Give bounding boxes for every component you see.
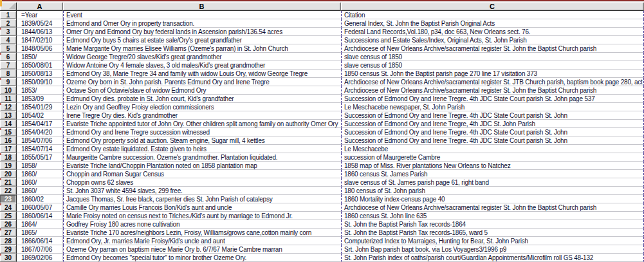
cell-event[interactable]: Edmond Ory property sold at auction. Ste… xyxy=(63,136,341,145)
row-header[interactable]: 8 xyxy=(0,70,17,78)
cell-citation[interactable]: Archdiocese of New Orleans Archive/sacra… xyxy=(341,86,644,95)
cell-citation[interactable]: Succession of Edmond Ory and Irene Tregr… xyxy=(341,128,644,136)
cell-citation[interactable]: 180 census of St. John parish xyxy=(341,187,644,195)
cell-year[interactable]: 1847/02/10 xyxy=(17,36,63,44)
cell-year[interactable]: 1848/05/06 xyxy=(17,44,63,53)
cell-event[interactable]: Edmund Ory dies. probate in St. John cou… xyxy=(63,95,341,103)
cell-event[interactable]: Widow Antoine Ory 4 female slaves, 3 old… xyxy=(63,61,341,70)
cell-event[interactable]: Widow George Tregre/20 slaves/Kid's grea… xyxy=(63,53,341,61)
cell-year[interactable]: 1864/ xyxy=(17,220,63,229)
cell-citation[interactable]: Archdiocese of New Orleans Archive/sacra… xyxy=(341,203,644,212)
cell-year[interactable]: =Year xyxy=(17,11,63,19)
cell-year[interactable]: 1860/ xyxy=(17,178,63,187)
cell-year[interactable]: 1860/06/14 xyxy=(17,212,63,220)
cell-year[interactable]: 1855/05/17 xyxy=(17,153,63,162)
cell-citation[interactable]: Archdiocese of New Orleans Archive/sacra… xyxy=(341,44,644,53)
row-header[interactable]: 30 xyxy=(0,254,17,262)
cell-year[interactable]: 1867/07/06 xyxy=(17,245,63,254)
cell-citation[interactable]: Successions and Estate Sales/Index, Orig… xyxy=(341,36,644,44)
cell-citation[interactable]: Computerized Index to Marraiges, Hunting… xyxy=(341,237,644,245)
cell-year[interactable]: 1850/ xyxy=(17,53,63,61)
cell-year[interactable]: 1850/08/01 xyxy=(17,61,63,70)
row-header[interactable]: 22 xyxy=(0,187,17,195)
cell-event[interactable]: Omer Ory and Edmond Ory buy federal land… xyxy=(63,28,341,36)
cell-citation[interactable]: slave census of 1850 xyxy=(341,53,644,61)
cell-event[interactable]: Lezin Ory and Geoffrey Froisy election c… xyxy=(63,103,341,111)
row-header[interactable]: 25 xyxy=(0,212,17,220)
column-header-c[interactable]: C xyxy=(341,3,644,11)
row-header[interactable]: 29 xyxy=(0,245,17,254)
cell-citation[interactable]: Succession of Edmond Ory and Irene Tregr… xyxy=(341,111,644,120)
cell-year[interactable]: 1860/02 xyxy=(17,195,63,203)
cell-citation[interactable]: Srt. John Bap parish bapt book. via Los … xyxy=(341,245,644,254)
cell-event[interactable]: Godfrey Froisy 180 acres none cultivatio… xyxy=(63,220,341,229)
cell-year[interactable]: 1854/02 xyxy=(17,111,63,120)
cell-event[interactable]: Edmond and Omer Ory in property transact… xyxy=(63,19,341,28)
cell-citation[interactable]: slave census of 1850 xyxy=(341,61,644,70)
cell-year[interactable]: 1850/09/10 xyxy=(17,78,63,86)
cell-citation[interactable]: Citation xyxy=(341,11,644,19)
cell-year[interactable]: 1858/ xyxy=(17,162,63,170)
row-header[interactable]: 6 xyxy=(0,53,17,61)
row-header[interactable]: 15 xyxy=(0,128,17,136)
row-header[interactable]: 19 xyxy=(0,162,17,170)
cell-citation[interactable]: Succession of Edmond Ory and Irene Tregr… xyxy=(341,95,644,103)
cell-citation[interactable]: Succession of Edmond Ory and Irene Tregr… xyxy=(341,136,644,145)
row-header[interactable]: 9 xyxy=(0,78,17,86)
row-header[interactable]: 10 xyxy=(0,86,17,95)
cell-event[interactable]: Evariste Triche appointed tutor of John … xyxy=(63,120,341,128)
cell-event[interactable]: Event xyxy=(63,11,341,19)
cell-event[interactable]: Choppin owns 62 slaves xyxy=(63,178,341,187)
cell-event[interactable]: St. John 3037 white 4594 slaves, 299 fre… xyxy=(63,187,341,195)
cell-year[interactable]: 1854/04/17 xyxy=(17,120,63,128)
cell-event[interactable]: Jacques Thomas, Sr. free black, carpente… xyxy=(63,195,341,203)
cell-citation[interactable]: 1860 census St. James Parish xyxy=(341,170,644,178)
cell-year[interactable]: 1854/04/20 xyxy=(17,128,63,136)
cell-event[interactable]: Ozeme Ory parran on baptism niece Marie … xyxy=(63,245,341,254)
column-header-b[interactable]: B xyxy=(63,3,341,11)
row-header[interactable]: 27 xyxy=(0,229,17,237)
cell-year[interactable]: 1844/06/13 xyxy=(17,28,63,36)
row-header[interactable]: 21 xyxy=(0,178,17,187)
cell-citation[interactable]: succession of Maurgerette Cambre xyxy=(341,153,644,162)
cell-year[interactable]: 1860/ xyxy=(17,187,63,195)
row-header[interactable]: 12 xyxy=(0,103,17,111)
row-header[interactable]: 24 xyxy=(0,203,17,212)
select-all-corner[interactable] xyxy=(0,3,17,11)
cell-citation[interactable]: Federal Land Records,Vol.180, p34, doc 6… xyxy=(341,28,644,36)
row-header[interactable]: 17 xyxy=(0,145,17,153)
cell-year[interactable]: 1850/08/13 xyxy=(17,70,63,78)
row-header[interactable]: 26 xyxy=(0,220,17,229)
cell-event[interactable]: Marie Margarite Ory marries Elisee Willi… xyxy=(63,44,341,53)
row-header[interactable]: 16 xyxy=(0,136,17,145)
cell-citation[interactable]: St. John the Baptist Parish Tax records-… xyxy=(341,229,644,237)
cell-event[interactable]: Edmond Ory buys 5 chairs at estate sale/… xyxy=(63,36,341,44)
cell-citation[interactable]: Le Meschacebe newspaper, St. John Parish xyxy=(341,103,644,111)
cell-year[interactable]: 1866/06/14 xyxy=(17,237,63,245)
row-header[interactable]: 28 xyxy=(0,237,17,245)
row-header[interactable]: 7 xyxy=(0,61,17,70)
cell-event[interactable]: Edmond Ory becomes "special tutor" to mi… xyxy=(63,254,341,262)
cell-event[interactable]: Edmond Ory, Jr. marries Marie Froisy/Kid… xyxy=(63,237,341,245)
cell-citation[interactable]: General Index, St. John the Baptist Pari… xyxy=(341,19,644,28)
row-header[interactable]: 20 xyxy=(0,170,17,178)
row-header[interactable]: 23 xyxy=(0,195,17,203)
cell-year[interactable]: 1869/02/06 xyxy=(17,254,63,262)
row-header[interactable]: 14 xyxy=(0,120,17,128)
cell-year[interactable]: 1853/ xyxy=(17,86,63,95)
row-header[interactable]: 4 xyxy=(0,36,17,44)
row-header[interactable]: 3 xyxy=(0,28,17,36)
cell-year[interactable]: 1860/ xyxy=(17,170,63,178)
cell-event[interactable]: Marie Froisy noted on census next to Tri… xyxy=(63,212,341,220)
cell-year[interactable]: 1853/09 xyxy=(17,95,63,103)
cell-year[interactable]: 1860/05/07 xyxy=(17,203,63,212)
row-header[interactable]: 5 xyxy=(0,44,17,53)
cell-year[interactable]: 1839/05/24 xyxy=(17,19,63,28)
cell-event[interactable]: Evariste Triche 170 acres/neighbors Lezi… xyxy=(63,229,341,237)
row-header[interactable]: 13 xyxy=(0,111,17,120)
row-header[interactable]: 11 xyxy=(0,95,17,103)
cell-citation[interactable]: St. John the Baptist Parish Tax records-… xyxy=(341,220,644,229)
cell-event[interactable]: Maurgeritte Cambre succession. Ozeme's g… xyxy=(63,153,341,162)
cell-citation[interactable]: 1850 census St. John the Baptist parish … xyxy=(341,70,644,78)
row-header[interactable]: 1 xyxy=(0,11,17,19)
